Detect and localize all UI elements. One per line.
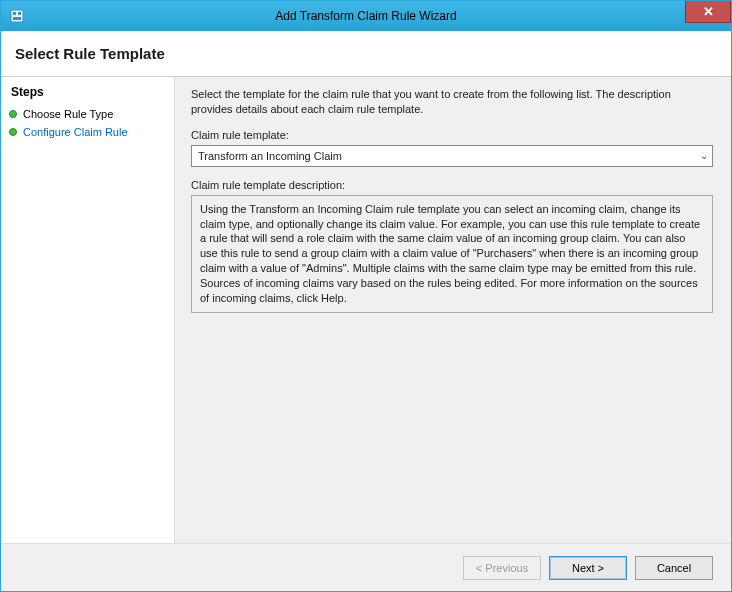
svg-rect-3 <box>13 17 21 20</box>
template-description: Using the Transform an Incoming Claim ru… <box>191 195 713 313</box>
titlebar: Add Transform Claim Rule Wizard ✕ <box>1 1 731 31</box>
steps-sidebar: Steps Choose Rule Type Configure Claim R… <box>1 77 175 543</box>
cancel-button[interactable]: Cancel <box>635 556 713 580</box>
intro-text: Select the template for the claim rule t… <box>191 87 713 117</box>
next-button[interactable]: Next > <box>549 556 627 580</box>
previous-button: < Previous <box>463 556 541 580</box>
page-header: Select Rule Template <box>1 31 731 77</box>
claim-rule-template-select[interactable]: Transform an Incoming Claim ⌄ <box>191 145 713 167</box>
chevron-down-icon: ⌄ <box>700 150 708 161</box>
step-configure-claim-rule[interactable]: Configure Claim Rule <box>1 123 174 141</box>
svg-rect-0 <box>11 10 23 22</box>
wizard-body: Steps Choose Rule Type Configure Claim R… <box>1 77 731 543</box>
close-button[interactable]: ✕ <box>685 1 731 23</box>
step-choose-rule-type[interactable]: Choose Rule Type <box>1 105 174 123</box>
step-label: Choose Rule Type <box>23 108 113 120</box>
window-title: Add Transform Claim Rule Wizard <box>1 9 731 23</box>
step-bullet-icon <box>9 110 17 118</box>
svg-rect-2 <box>18 12 21 15</box>
close-icon: ✕ <box>703 4 714 19</box>
app-icon <box>9 8 25 24</box>
svg-rect-1 <box>13 12 16 15</box>
step-bullet-icon <box>9 128 17 136</box>
selected-template: Transform an Incoming Claim <box>198 150 342 162</box>
step-label: Configure Claim Rule <box>23 126 128 138</box>
main-panel: Select the template for the claim rule t… <box>175 77 731 543</box>
page-title: Select Rule Template <box>15 45 165 62</box>
steps-heading: Steps <box>1 83 174 105</box>
template-label: Claim rule template: <box>191 129 713 141</box>
wizard-footer: < Previous Next > Cancel <box>1 543 731 591</box>
description-label: Claim rule template description: <box>191 179 713 191</box>
